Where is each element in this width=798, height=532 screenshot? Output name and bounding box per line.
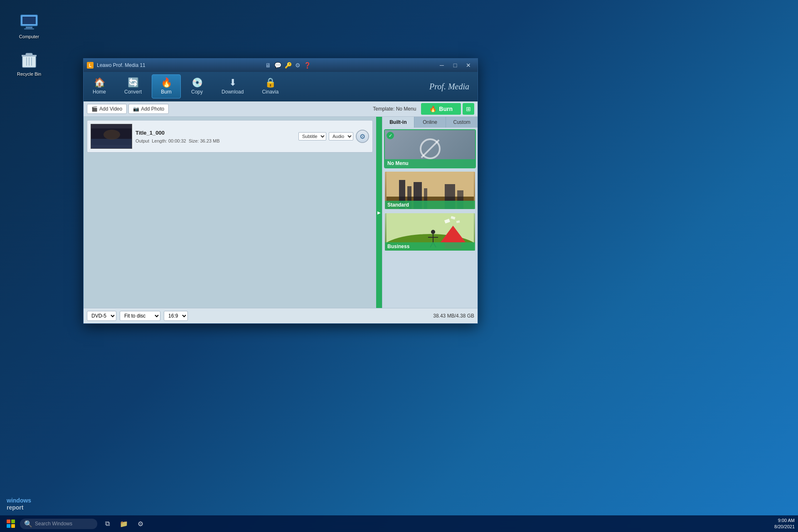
video-title: Title_1_000 xyxy=(135,130,295,136)
cinavia-label: Cinavia xyxy=(262,89,278,95)
grid-view-button[interactable]: ⊞ xyxy=(463,103,474,115)
burn-btn-icon: 🔥 xyxy=(429,106,436,112)
burn-icon: 🔥 xyxy=(161,78,172,87)
add-photo-label: Add Photo xyxy=(141,106,164,112)
burn-btn-label: Burn xyxy=(439,106,453,112)
task-view-icon: ⧉ xyxy=(105,520,110,527)
toolbar-home[interactable]: 🏠 Home xyxy=(84,74,114,99)
clock-date: 8/20/2021 xyxy=(774,524,795,530)
svg-point-32 xyxy=(431,230,435,234)
copy-icon: 💿 xyxy=(192,78,203,87)
toolbar: 🏠 Home 🔄 Convert 🔥 Burn 💿 Copy ⬇ Downloa… xyxy=(84,72,478,101)
content-area: Title_1_000 Output Length: 00:00:32 Size… xyxy=(84,117,478,308)
burn-button[interactable]: 🔥 Burn xyxy=(421,103,461,115)
convert-icon: 🔄 xyxy=(128,78,139,87)
key-icon[interactable]: 🔑 xyxy=(285,62,292,69)
add-video-icon: 🎬 xyxy=(91,106,98,112)
no-menu-label: No Menu xyxy=(385,159,475,167)
desktop-icon-recycle[interactable]: Recycle Bin xyxy=(12,50,46,76)
app-window: L Leawo Prof. Media 11 🖥 💬 🔑 ⚙ ❓ ─ □ ✕ 🏠… xyxy=(83,58,478,324)
video-item: Title_1_000 Output Length: 00:00:32 Size… xyxy=(87,120,373,153)
file-explorer-icon: 📁 xyxy=(120,520,128,528)
recycle-bin-icon xyxy=(19,50,39,70)
window-controls: ─ □ ✕ xyxy=(436,61,474,69)
minimize-button[interactable]: ─ xyxy=(436,61,448,69)
title-bar-icons: 🖥 💬 🔑 ⚙ ❓ xyxy=(265,62,311,69)
template-tabs: Built-in Online Custom xyxy=(382,117,478,128)
watermark-line2: report xyxy=(7,504,31,511)
svg-text:L: L xyxy=(89,63,91,68)
toolbar-cinavia[interactable]: 🔒 Cinavia xyxy=(254,74,287,99)
size-label: Size: xyxy=(189,138,199,143)
settings-icon[interactable]: ⚙ xyxy=(295,62,300,69)
toolbar-copy[interactable]: 💿 Copy xyxy=(182,74,212,99)
add-video-label: Add Video xyxy=(99,106,122,112)
recycle-bin-label: Recycle Bin xyxy=(17,71,41,76)
download-label: Download xyxy=(222,89,244,95)
tab-online[interactable]: Online xyxy=(414,117,446,128)
template-business[interactable]: Business xyxy=(384,212,476,251)
title-bar-left: L Leawo Prof. Media 11 xyxy=(87,62,145,69)
video-settings-button[interactable]: ⚙ xyxy=(356,130,369,143)
svg-point-15 xyxy=(103,130,120,140)
fit-select[interactable]: Fit to disc Fill disc Pan & Scan xyxy=(120,311,160,321)
toolbar-download[interactable]: ⬇ Download xyxy=(213,74,252,99)
aspect-select[interactable]: 16:9 4:3 xyxy=(164,311,188,321)
start-button[interactable] xyxy=(3,518,18,530)
tab-custom[interactable]: Custom xyxy=(446,117,478,128)
selected-checkmark-icon: ✓ xyxy=(387,132,394,139)
maximize-button[interactable]: □ xyxy=(449,61,461,69)
help-icon[interactable]: ❓ xyxy=(304,62,311,69)
computer-icon xyxy=(19,12,39,32)
home-label: Home xyxy=(93,89,106,95)
windows-logo-icon xyxy=(7,520,15,528)
download-icon: ⬇ xyxy=(229,78,236,87)
main-panel: Title_1_000 Output Length: 00:00:32 Size… xyxy=(84,117,376,308)
taskbar-settings[interactable]: ⚙ xyxy=(134,517,147,530)
taskbar-icons: ⧉ 📁 ⚙ xyxy=(101,517,147,530)
template-standard[interactable]: Standard xyxy=(384,171,476,210)
no-sign-icon xyxy=(420,138,441,159)
desktop-icon-computer[interactable]: Computer xyxy=(12,12,46,39)
tab-built-in[interactable]: Built-in xyxy=(382,117,414,128)
length-value: 00:00:32 xyxy=(168,138,186,143)
thumbnail-image xyxy=(91,124,132,148)
svg-rect-3 xyxy=(24,28,34,30)
template-no-menu[interactable]: ✓ No Menu xyxy=(384,129,476,168)
chat-icon[interactable]: 💬 xyxy=(274,62,281,69)
subtitle-select[interactable]: Subtitle xyxy=(298,132,326,140)
size-value: 36.23 MB xyxy=(200,138,219,143)
close-button[interactable]: ✕ xyxy=(463,61,474,69)
disc-usage: 38.43 MB/4.38 GB xyxy=(433,313,474,319)
add-photo-icon: 📷 xyxy=(133,106,139,112)
panel-toggle-arrow[interactable]: ▶ xyxy=(376,117,382,308)
add-video-button[interactable]: 🎬 Add Video xyxy=(87,104,127,114)
taskbar-time: 9:00 AM 8/20/2021 xyxy=(774,517,795,530)
taskbar: 🔍 ⧉ 📁 ⚙ 9:00 AM 8/20/2021 xyxy=(0,515,798,532)
taskbar-file-explorer[interactable]: 📁 xyxy=(117,517,131,530)
svg-rect-1 xyxy=(22,17,36,24)
search-icon: 🔍 xyxy=(24,520,32,528)
copy-label: Copy xyxy=(191,89,203,95)
window-title: Leawo Prof. Media 11 xyxy=(97,62,145,68)
taskbar-search[interactable]: 🔍 xyxy=(20,519,97,529)
template-panel: Built-in Online Custom ✓ No M xyxy=(382,117,478,308)
monitor-icon[interactable]: 🖥 xyxy=(265,62,271,69)
taskbar-right: 9:00 AM 8/20/2021 xyxy=(774,517,795,530)
convert-label: Convert xyxy=(124,89,142,95)
add-photo-button[interactable]: 📷 Add Photo xyxy=(128,104,169,114)
disc-type-select[interactable]: DVD-5 DVD-9 BD-25 BD-50 xyxy=(87,311,116,321)
toolbar-convert[interactable]: 🔄 Convert xyxy=(116,74,150,99)
logo-text: Prof. Media xyxy=(429,82,469,91)
toolbar-burn[interactable]: 🔥 Burn xyxy=(152,74,181,99)
length-label: Length: xyxy=(152,138,167,143)
settings-wheel-icon: ⚙ xyxy=(360,133,365,140)
search-input[interactable] xyxy=(35,521,93,527)
business-label: Business xyxy=(385,242,475,251)
taskbar-task-view[interactable]: ⧉ xyxy=(101,517,114,530)
computer-icon-label: Computer xyxy=(19,34,39,39)
video-controls: Subtitle Audio ⚙ xyxy=(298,130,369,143)
audio-select[interactable]: Audio xyxy=(329,132,353,140)
svg-rect-6 xyxy=(26,53,32,56)
clock-time: 9:00 AM xyxy=(774,517,795,524)
